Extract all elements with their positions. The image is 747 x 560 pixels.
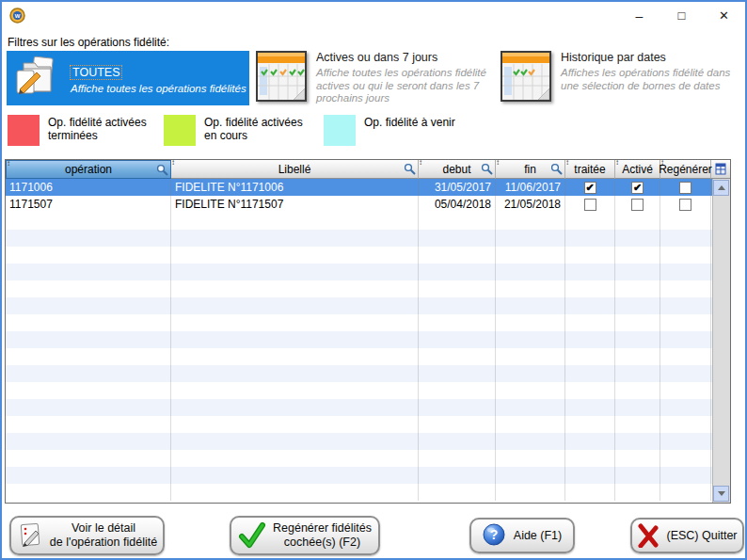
regenerate-button[interactable]: Regénérer fidélités cochée(s) (F2) bbox=[230, 516, 380, 555]
table-cell-traitee bbox=[565, 399, 615, 416]
svg-text:W: W bbox=[15, 13, 21, 19]
table-row[interactable] bbox=[6, 348, 730, 365]
table-row[interactable] bbox=[6, 399, 730, 416]
table-row[interactable]: 1171006FIDELITE N°117100631/05/201711/06… bbox=[6, 179, 730, 196]
table-menu-icon[interactable] bbox=[711, 160, 730, 179]
sort-icon[interactable]: ↕ bbox=[496, 159, 500, 167]
table-cell-operation[interactable]: 1171507 bbox=[6, 196, 171, 213]
checkbox-active-unchecked[interactable] bbox=[631, 199, 644, 211]
table-row[interactable] bbox=[6, 433, 730, 450]
table-cell-debut[interactable]: 31/05/2017 bbox=[419, 179, 496, 196]
checkbox-regenerer-unchecked[interactable] bbox=[679, 199, 691, 211]
scroll-down-button[interactable] bbox=[713, 486, 729, 502]
table-row[interactable]: 1171507FIDELITE N°117150705/04/201821/05… bbox=[6, 196, 730, 213]
table-cell-debut bbox=[419, 382, 496, 399]
table-row[interactable] bbox=[6, 297, 730, 314]
edit-folder-icon bbox=[12, 54, 59, 103]
sort-icon[interactable]: ↕ bbox=[615, 159, 619, 167]
quit-button[interactable]: (ESC) Quitter bbox=[630, 518, 744, 553]
checkbox-traitee-unchecked[interactable] bbox=[584, 199, 596, 211]
view-detail-button[interactable]: Voir le détail de l'opération fidélité bbox=[9, 516, 165, 555]
table-row[interactable] bbox=[6, 365, 730, 382]
table-cell-fin[interactable]: 11/06/2017 bbox=[496, 179, 565, 196]
triangle-down-icon bbox=[718, 491, 725, 496]
table-cell-libelle bbox=[171, 484, 419, 501]
checkbox-regenerer-unchecked[interactable] bbox=[679, 182, 691, 194]
column-header-libelle[interactable]: ↕Libellé bbox=[171, 160, 419, 179]
table-cell-regenerer[interactable] bbox=[660, 179, 711, 196]
table-cell-active bbox=[615, 264, 660, 280]
column-label: traitée bbox=[574, 163, 605, 176]
table-row[interactable] bbox=[6, 247, 730, 264]
table-header-row: ↕opération↕Libellé↕debut↕fin↕traitée↕Act… bbox=[6, 160, 730, 179]
table-cell-traitee bbox=[565, 297, 615, 314]
help-question-icon: ? bbox=[483, 523, 507, 548]
table-cell-traitee[interactable]: ✔ bbox=[565, 179, 615, 196]
table-row[interactable] bbox=[6, 450, 730, 467]
column-header-fin[interactable]: ↕fin bbox=[496, 160, 565, 179]
help-button[interactable]: ? Aide (F1) bbox=[469, 518, 575, 553]
column-header-operation[interactable]: ↕opération bbox=[6, 160, 171, 179]
table-row[interactable] bbox=[6, 382, 730, 399]
table-cell-operation[interactable]: 1171006 bbox=[6, 179, 171, 196]
table-cell-fin bbox=[496, 331, 565, 348]
sort-icon[interactable]: ↕ bbox=[419, 159, 422, 167]
search-icon[interactable] bbox=[156, 164, 168, 176]
table-cell-active[interactable]: ✔ bbox=[615, 179, 660, 196]
search-icon[interactable] bbox=[404, 163, 416, 175]
table-cell-active bbox=[615, 213, 660, 230]
filter-historique-dates[interactable]: Historique par dates Affiches les opérat… bbox=[501, 51, 743, 102]
maximize-button[interactable]: □ bbox=[660, 2, 703, 29]
table-row[interactable] bbox=[6, 467, 730, 484]
table-cell-operation bbox=[6, 331, 171, 348]
table-row[interactable] bbox=[6, 264, 730, 280]
table-cell-traitee bbox=[565, 314, 615, 331]
legend-item-terminees: Op. fidélité activées terminées bbox=[8, 115, 161, 146]
table-row[interactable] bbox=[6, 314, 730, 331]
app-windev-icon: W bbox=[9, 8, 25, 24]
filter-actives-7-jours[interactable]: Actives ou dans 7 jours Affiche toutes l… bbox=[256, 51, 491, 105]
scroll-up-button[interactable] bbox=[713, 180, 729, 196]
table-row[interactable] bbox=[6, 230, 730, 247]
table-cell-debut[interactable]: 05/04/2018 bbox=[419, 196, 496, 213]
search-icon[interactable] bbox=[481, 163, 493, 175]
sort-icon[interactable]: ↕ bbox=[7, 160, 10, 168]
table-cell-libelle bbox=[171, 382, 419, 399]
sort-icon[interactable]: ↕ bbox=[660, 159, 664, 167]
table-cell-traitee[interactable] bbox=[565, 196, 615, 213]
column-header-debut[interactable]: ↕debut bbox=[419, 160, 496, 179]
table-cell-libelle[interactable]: FIDELITE N°1171507 bbox=[171, 196, 419, 213]
table-cell-debut bbox=[419, 450, 496, 467]
column-header-regenerer[interactable]: ↕Regénérer bbox=[660, 160, 711, 179]
column-header-active[interactable]: ↕Activé bbox=[615, 160, 660, 179]
checkbox-traitee-checked[interactable]: ✔ bbox=[584, 182, 596, 194]
close-button[interactable]: ✕ bbox=[703, 2, 745, 29]
table-row[interactable] bbox=[6, 484, 730, 501]
table-cell-fin bbox=[496, 382, 565, 399]
table-cell-active bbox=[615, 331, 660, 348]
sort-icon[interactable]: ↕ bbox=[171, 159, 175, 167]
table-cell-libelle bbox=[171, 365, 419, 382]
table-cell-active[interactable] bbox=[615, 196, 660, 213]
legend-label: Op. fidélité à venir bbox=[364, 115, 515, 129]
filter-actives-title: Actives ou dans 7 jours bbox=[316, 51, 487, 64]
table-row[interactable] bbox=[6, 331, 730, 348]
sort-icon[interactable]: ↕ bbox=[565, 159, 569, 167]
title-bar[interactable]: W – □ ✕ bbox=[2, 2, 745, 30]
column-header-traitee[interactable]: ↕traitée bbox=[565, 160, 615, 179]
table-cell-fin[interactable]: 21/05/2018 bbox=[496, 196, 565, 213]
table-row[interactable] bbox=[6, 416, 730, 433]
checkbox-active-checked[interactable]: ✔ bbox=[631, 182, 644, 194]
filter-toutes-panel[interactable]: TOUTES Affiche toutes les opérations fid… bbox=[7, 51, 249, 105]
table-cell-fin bbox=[496, 264, 565, 280]
search-icon[interactable] bbox=[550, 163, 563, 175]
vertical-scrollbar[interactable] bbox=[712, 179, 730, 503]
table-row[interactable] bbox=[6, 213, 730, 230]
column-label: debut bbox=[442, 163, 470, 176]
table-cell-regenerer[interactable] bbox=[660, 196, 711, 213]
table-cell-libelle[interactable]: FIDELITE N°1171006 bbox=[171, 179, 419, 196]
table-cell-fin bbox=[496, 416, 565, 433]
table-row[interactable] bbox=[6, 280, 730, 297]
minimize-button[interactable]: – bbox=[618, 2, 660, 29]
column-label: opération bbox=[65, 163, 112, 176]
